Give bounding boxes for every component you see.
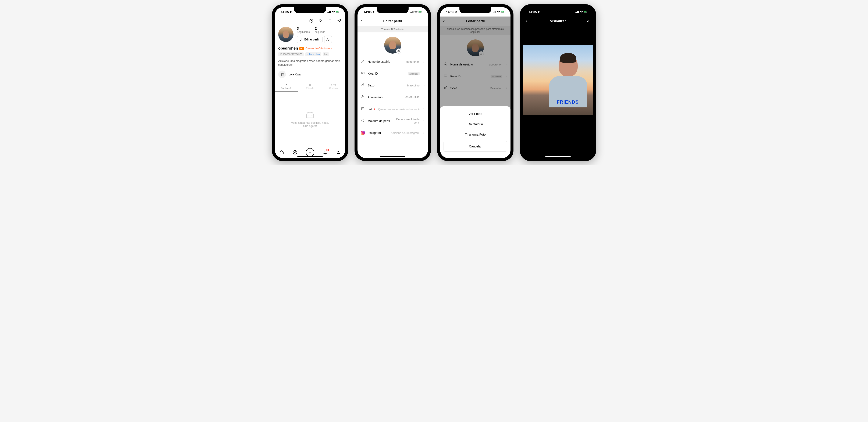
notch — [542, 7, 574, 13]
camera-icon — [396, 48, 401, 54]
bio-prompt[interactable]: Adicione uma biografia e você poderá gan… — [275, 57, 345, 69]
dot-indicator — [374, 108, 375, 110]
shop-label: Loja Kwai — [288, 73, 301, 76]
back-button[interactable]: ‹ — [526, 19, 527, 24]
battery-icon — [336, 10, 339, 13]
phone-4-preview: 14:05 ➤ ‹ Visualizar ✓ FRIENDS — [520, 4, 596, 161]
nav-create[interactable]: + — [306, 148, 314, 157]
row-bio[interactable]: Bio Queremos saber mais sobre você › — [361, 103, 425, 115]
empty-text-1: Você ainda não publicou nada. — [291, 121, 329, 124]
row-birthday[interactable]: Aniversário 01-08-1992 › — [361, 91, 425, 103]
info-banner: encha suas informações pessoais para atr… — [440, 26, 510, 35]
cancel-button[interactable]: Cancelar — [443, 141, 507, 152]
person-plus-icon — [326, 37, 330, 41]
shirt-text: FRIENDS — [557, 99, 579, 105]
status-time: 14:05 — [364, 10, 371, 14]
content: ‹ Editar perfil You are 83% done! Nome d… — [358, 17, 428, 158]
nav-notifications[interactable]: 8 — [322, 150, 328, 155]
svg-point-8 — [293, 151, 297, 154]
chevron-right-icon: › — [424, 72, 425, 75]
back-button[interactable]: ‹ — [361, 19, 362, 24]
row-label: Sexo — [368, 84, 374, 87]
progress-banner: You are 83% done! — [358, 26, 428, 32]
row-sex[interactable]: Sexo Masculino › — [361, 79, 425, 91]
content-dimmed: ‹ Editar perfil encha suas informações p… — [440, 17, 510, 158]
shop-row[interactable]: Loja Kwai — [275, 69, 345, 81]
svg-rect-12 — [422, 12, 422, 12]
bookmark-icon[interactable] — [328, 18, 333, 23]
signal-icon — [410, 10, 413, 13]
chevron-right-icon: › — [424, 107, 425, 111]
svg-point-4 — [311, 20, 312, 21]
row-instagram[interactable]: Instagram Adicione seu Instagram › — [361, 127, 425, 139]
signal-icon — [493, 10, 496, 13]
row-kwai-id[interactable]: Kwai ID Atualizar › — [361, 68, 425, 79]
cart-icon — [278, 70, 286, 78]
id-icon — [443, 74, 448, 78]
creators-center-link[interactable]: Centro de Criadores › — [306, 47, 332, 50]
private-count: 0 — [299, 83, 322, 87]
status-right — [328, 10, 339, 13]
phone-1-profile: 14:05 ➤ 3 Seguidores — [272, 4, 348, 161]
row-value: 01-08-1992 — [405, 96, 420, 99]
screen: 14:05 ➤ ‹ Editar perfil encha suas infor… — [440, 7, 510, 158]
following-stat[interactable]: 2 seguindo — [315, 27, 325, 33]
row-value: Decore sua foto de perfil — [396, 118, 420, 125]
row-username[interactable]: Nome de usuário opedrohen › — [361, 56, 425, 68]
add-friend-button[interactable] — [324, 36, 332, 43]
svg-rect-26 — [444, 75, 447, 77]
row-frame[interactable]: Moldura de perfil Decore sua foto de per… — [361, 115, 425, 127]
svg-rect-16 — [361, 72, 364, 74]
chevron-right-icon: › — [424, 95, 425, 99]
chevron-right-icon: › — [424, 84, 425, 87]
home-indicator[interactable] — [545, 156, 571, 157]
svg-point-6 — [281, 75, 282, 76]
row-label: Instagram — [368, 131, 381, 134]
instagram-icon — [361, 131, 365, 135]
row-label: Sexo — [450, 87, 457, 90]
avatar-section — [440, 35, 510, 59]
top-action-bar — [275, 17, 345, 25]
row-value: Atualizar — [491, 75, 502, 78]
chevron-right-icon: › — [506, 63, 507, 66]
option-from-gallery[interactable]: Da Galeria — [443, 119, 507, 129]
row-label: Kwai ID — [368, 72, 378, 75]
avatar-edit[interactable] — [384, 37, 401, 54]
pointer-icon[interactable] — [318, 18, 323, 23]
header: ‹ Editar perfil — [358, 17, 428, 26]
hexagon-icon[interactable] — [309, 18, 314, 23]
option-take-photo[interactable]: Tirar uma Foto — [443, 129, 507, 140]
nav-home[interactable] — [279, 150, 284, 155]
home-indicator[interactable] — [297, 156, 323, 157]
preview-image[interactable]: FRIENDS — [523, 45, 593, 115]
svg-point-27 — [444, 87, 446, 89]
inbox-icon — [305, 111, 315, 120]
tab-posts[interactable]: 0 Publicação — [275, 81, 299, 92]
followers-count: 3 — [297, 27, 310, 31]
confirm-button[interactable]: ✓ — [587, 19, 590, 24]
notch — [377, 7, 409, 13]
phone-2-edit-profile: 14:05 ➤ ‹ Editar perfil You are 83% done… — [354, 4, 431, 161]
home-indicator[interactable] — [380, 156, 405, 157]
nav-discover[interactable] — [292, 150, 298, 155]
share-icon[interactable] — [337, 18, 342, 23]
tab-private[interactable]: 0 Privado — [299, 81, 322, 92]
battery-icon — [418, 10, 422, 13]
option-view-photos[interactable]: Ver Fotos — [443, 108, 507, 119]
followers-stat[interactable]: 3 Seguidores — [297, 27, 310, 33]
row-value: opedrohen — [406, 60, 420, 63]
screen: 14:05 ➤ 3 Seguidores — [275, 7, 345, 158]
row-sex: Sexo Masculino › — [443, 82, 507, 94]
nav-profile[interactable] — [336, 150, 341, 155]
tab-likes[interactable]: 169 Curtidas — [322, 81, 345, 92]
page-title: Editar perfil — [383, 19, 402, 23]
page-title: Visualizar — [550, 19, 566, 23]
content: ‹ Visualizar ✓ FRIENDS — [523, 17, 593, 158]
avatar[interactable] — [278, 27, 293, 42]
status-right — [493, 10, 504, 13]
private-label: Privado — [299, 87, 322, 89]
edit-profile-button[interactable]: Editar perfil — [297, 36, 322, 43]
svg-point-24 — [481, 54, 482, 54]
wifi-icon — [414, 10, 418, 13]
location-icon: ➤ — [455, 10, 458, 14]
